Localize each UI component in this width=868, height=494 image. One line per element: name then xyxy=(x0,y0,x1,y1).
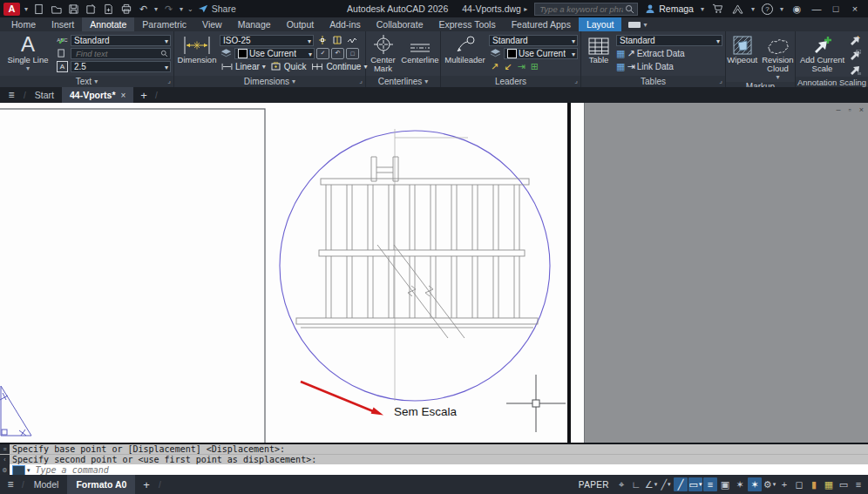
tab-annotate[interactable]: Annotate xyxy=(82,17,134,31)
quick-dimension-button[interactable]: Quick xyxy=(269,60,309,72)
dim-jog-line-icon[interactable] xyxy=(345,34,358,46)
dyninput-caret-icon[interactable]: ▾ xyxy=(699,481,702,488)
save-icon[interactable] xyxy=(67,3,80,16)
extract-data-button[interactable]: ▦ ↗ Extract Data xyxy=(616,47,722,59)
layout-paper[interactable]: Sem Escala xyxy=(0,103,585,443)
redo-caret-icon[interactable]: ▾ xyxy=(180,5,183,13)
tab-featured-apps[interactable]: Featured Apps xyxy=(504,17,579,31)
revision-cloud-button[interactable]: Revision Cloud ▾ xyxy=(762,32,793,82)
align-leaders-icon[interactable]: ⇥ xyxy=(517,61,525,72)
undo-button[interactable]: ↶ xyxy=(137,3,150,16)
file-tab-start[interactable]: Start xyxy=(27,87,62,103)
polar-caret-icon[interactable]: ▾ xyxy=(654,481,658,488)
find-search-icon[interactable] xyxy=(160,50,168,59)
command-history-icon[interactable]: ≡ xyxy=(0,444,10,454)
center-mark-button[interactable]: Center Mark xyxy=(369,32,397,76)
window-close-button[interactable]: × xyxy=(849,3,861,14)
single-line-text-button[interactable]: A Single Line ▾ xyxy=(3,32,53,76)
workspace-caret-icon[interactable]: ▾ xyxy=(773,481,776,488)
red-arrow-annotation[interactable] xyxy=(301,382,383,416)
tab-insert[interactable]: Insert xyxy=(44,17,82,31)
tab-layout[interactable]: Layout xyxy=(579,17,622,31)
drawing-restore-icon[interactable]: ▫ xyxy=(849,106,851,114)
tab-manage[interactable]: Manage xyxy=(230,17,279,31)
new-layout-button[interactable]: + xyxy=(135,478,158,491)
table-style-dropdown[interactable]: Standard▾ xyxy=(616,35,722,46)
tab-parametric[interactable]: Parametric xyxy=(134,17,194,31)
tab-collaborate[interactable]: Collaborate xyxy=(369,17,431,31)
search-expand-icon[interactable]: ▸ xyxy=(524,5,527,13)
link-data-button[interactable]: ▦ ⇥ Link Data xyxy=(616,60,722,72)
tab-home[interactable]: Home xyxy=(3,17,44,31)
dim-override-icon[interactable]: □ xyxy=(346,47,359,59)
linear-dimension-button[interactable]: Linear▾ xyxy=(220,60,268,72)
file-tab-current[interactable]: 44-Vports* × xyxy=(62,87,133,103)
paper-space-toggle[interactable]: PAPER xyxy=(579,480,609,490)
find-text-field[interactable] xyxy=(71,48,171,59)
model-tab[interactable]: Model xyxy=(25,475,68,494)
ortho-mode-icon[interactable]: ∟ xyxy=(629,477,643,491)
centerline-button[interactable]: Centerline xyxy=(403,32,437,76)
selection-cycling-icon[interactable]: ▣ xyxy=(718,477,732,491)
graphics-performance-icon[interactable]: ▦ xyxy=(822,477,836,491)
panel-leaders-footer[interactable]: Leaders ⌟ xyxy=(441,76,580,87)
dimension-button[interactable]: Dimension xyxy=(177,32,217,76)
table-button[interactable]: Table xyxy=(584,32,614,76)
wipeout-button[interactable]: Wipeout xyxy=(727,32,757,82)
assistant-icon[interactable]: ◉ xyxy=(790,3,804,16)
file-tab-close-icon[interactable]: × xyxy=(120,91,125,100)
dim-update-icon[interactable]: ↶ xyxy=(331,47,344,59)
new-file-icon[interactable] xyxy=(32,3,45,16)
user-account[interactable]: Remaga xyxy=(645,3,694,14)
continue-dimension-button[interactable]: Continue▾ xyxy=(309,60,369,72)
text-height-dropdown[interactable]: 2.5▾ xyxy=(71,61,171,72)
drawing-minimize-icon[interactable]: ‒ xyxy=(837,106,841,114)
search-input[interactable] xyxy=(538,3,625,15)
print-icon[interactable] xyxy=(119,3,132,16)
user-caret-icon[interactable]: ▾ xyxy=(701,5,704,13)
stair-drawing[interactable] xyxy=(296,157,538,338)
save-as-icon[interactable] xyxy=(85,3,98,16)
open-file-icon[interactable] xyxy=(50,3,63,16)
dim-tolerance-icon[interactable]: ✓ xyxy=(316,47,329,59)
panel-centerlines-footer[interactable]: Centerlines▾ xyxy=(366,76,440,87)
layout-tab-formato-a0[interactable]: Formato A0 xyxy=(67,475,135,494)
isodraft-icon[interactable]: ╱▾ xyxy=(659,477,673,491)
remove-leader-icon[interactable]: ↙ xyxy=(504,61,512,72)
dim-break-icon[interactable] xyxy=(315,34,329,46)
auto-scale-icon[interactable]: ✶ xyxy=(748,477,762,491)
redo-button[interactable]: ↷ xyxy=(162,3,175,16)
snap-mode-icon[interactable]: ⌖ xyxy=(614,477,628,491)
isolate-objects-icon[interactable]: ◻ xyxy=(792,477,806,491)
help-caret-icon[interactable]: ▾ xyxy=(780,5,783,13)
search-box[interactable] xyxy=(534,3,638,16)
collect-leaders-icon[interactable]: ⊞ xyxy=(531,61,539,72)
tables-dialog-launcher-icon[interactable]: ⌟ xyxy=(719,77,722,85)
find-text-input[interactable] xyxy=(74,48,159,59)
dynamic-input-icon[interactable]: ▭▾ xyxy=(688,477,702,491)
layout-tabs-menu-icon[interactable]: ≡ xyxy=(0,478,21,491)
tab-output[interactable]: Output xyxy=(279,17,322,31)
store-cart-icon[interactable] xyxy=(711,3,724,16)
add-leader-icon[interactable]: ↗ xyxy=(491,61,498,72)
add-delete-scales-icon[interactable] xyxy=(849,35,865,47)
undo-caret-icon[interactable]: ▾ xyxy=(154,5,158,13)
sync-scale-positions-icon[interactable] xyxy=(849,50,865,62)
tab-express-tools[interactable]: Express Tools xyxy=(431,17,503,31)
multileader-button[interactable]: Multileader xyxy=(444,32,486,76)
tab-addins[interactable]: Add-ins xyxy=(322,17,369,31)
workspace-switching-icon[interactable]: ⚙▾ xyxy=(763,477,776,491)
panel-text-footer[interactable]: Text▾ ⌟ xyxy=(0,76,173,87)
qat-customize-icon[interactable]: ⌄ xyxy=(187,5,193,13)
export-icon[interactable] xyxy=(102,3,115,16)
window-minimize-button[interactable]: — xyxy=(810,3,823,14)
customization-icon[interactable]: ≡ xyxy=(851,477,865,491)
command-options-icon[interactable] xyxy=(12,465,25,476)
panel-tables-footer[interactable]: Tables ⌟ xyxy=(581,76,725,87)
object-snap-icon[interactable]: ╱ xyxy=(674,477,688,491)
window-restore-button[interactable]: □ xyxy=(830,3,842,14)
file-tabs-menu-icon[interactable]: ≡ xyxy=(0,89,23,101)
add-current-scale-button[interactable]: Add Current Scale xyxy=(800,32,845,77)
app-menu-caret-icon[interactable]: ▾ xyxy=(24,5,28,13)
help-icon[interactable]: ? xyxy=(762,3,773,15)
